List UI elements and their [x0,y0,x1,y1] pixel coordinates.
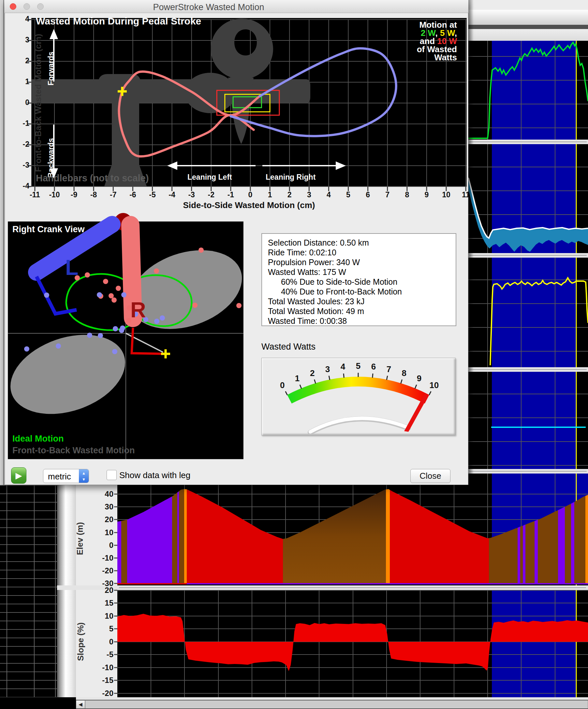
x-tick-label: -8 [84,190,103,199]
dialog-shadow [468,0,474,489]
x-tick-label: -7 [103,190,123,199]
ftb-motion-legend: Front-to-Back Wasted Motion [12,446,135,455]
info-line: Ride Time: 0:02:10 [268,248,450,257]
gauge-tick-label: 4 [341,362,345,371]
x-tick-label: 4 [319,190,338,199]
slope-tick-label: 0 [96,637,113,647]
slope-tick-label: -15 [96,676,113,685]
handlebars-silhouette [32,19,310,186]
info-line: Wasted Watts: 175 W [268,267,450,277]
y-tick-label: 3 [13,35,29,44]
slope-tick-label: 10 [96,611,113,621]
y-tick-label: 1 [13,77,29,86]
screen: Elev (m) Slope (%) 403020100-10-20-30 20… [0,0,588,709]
elev-tick-label: 0 [96,541,113,550]
scroll-left-button[interactable]: ◀ [76,700,85,709]
gauge-tick-label: 0 [280,380,284,390]
info-line: Total Wasted Motion: 49 m [268,307,450,316]
slope-tick-label: -5 [96,650,113,659]
x-tick-label: 6 [358,190,378,199]
elev-tick-label: 20 [96,515,113,524]
gauge-tick-label: 9 [417,373,421,383]
info-line: Wasted Time: 0:00:38 [268,316,450,326]
left-crank-label: L [65,255,78,280]
slope-tick-label: -20 [96,689,113,698]
slope-tick-label: 5 [96,624,113,633]
y-tick-label: -1 [13,119,29,128]
elev-tick-label: 40 [96,490,113,499]
x-tick-label: 8 [397,190,417,199]
y-tick-label: -3 [13,161,29,169]
gauge-tick-label: 7 [387,364,391,374]
window-title: PowerStroke Wasted Motion [5,2,413,12]
pedal-path [132,328,166,354]
gauge-band [289,382,427,399]
y-tick-label: 2 [13,56,29,65]
bottom-left-corner [0,697,76,709]
y-tick-label: 4 [13,15,29,24]
x-tick-label: -3 [182,190,201,199]
leaning-right-label: Leaning Right [265,173,315,182]
x-tick-label: 11 [456,190,476,199]
watts-legend: Motion at 2 W, 5 W, and 10 W of Wasted W… [353,21,457,62]
y-tick-label: -4 [13,182,29,190]
gauge-drawing: 012345678910 [261,358,456,439]
slope-tick-label: 20 [96,586,113,595]
x-tick-label: -9 [64,190,84,199]
forwards-label: Forwards [47,52,55,85]
right-crank-label: R [130,297,146,322]
slope-tick-label: -10 [96,663,113,672]
pedal-marker [161,349,170,359]
crank-view-title: Right Crank View [12,225,85,235]
left-pedal [36,277,77,314]
show-data-with-leg-label: Show data with leg [119,470,190,480]
gauge-tick-label: 8 [401,368,406,378]
play-button[interactable]: ▶ [11,467,26,484]
units-value: metric [48,472,71,482]
x-tick-label: 9 [417,190,437,199]
x-tick-label: -10 [45,190,64,199]
x-tick-label: -11 [25,190,45,199]
x-tick-label: -4 [162,190,182,199]
bottom-divider [57,697,588,700]
close-button[interactable]: Close [410,469,450,483]
gauge-tick-label: 10 [429,380,439,390]
gauge-tick-label: 1 [295,373,300,383]
elev-tick-label: 10 [96,528,113,537]
top-chart-x-axis-label: Side-to-Side Wasted Motion (cm) [31,200,467,210]
elev-tick-label: 30 [96,502,113,511]
x-tick-label: -6 [123,190,142,199]
slope-tick-label: 15 [96,599,113,608]
horizontal-scrollbar[interactable] [85,700,588,709]
x-tick-label: 5 [339,190,358,199]
units-dropdown[interactable]: metric ▲▼ [43,469,89,483]
elev-tick-label: -20 [96,566,113,575]
info-line: Selection Distance: 0.50 km [268,238,450,247]
top-chart-title: Wasted Motion During Pedal Stroke [36,16,201,27]
x-tick-label: 0 [241,190,260,199]
crank-view-chart [8,221,244,459]
x-tick-label: 7 [378,190,397,199]
leaning-left-label: Leaning Left [188,173,232,182]
gauge-tick-label: 3 [325,364,330,374]
gauge-tick-label: 5 [356,361,361,371]
x-tick-label: 3 [299,190,319,199]
x-tick-label: 10 [437,190,456,199]
x-tick-label: 1 [260,190,280,199]
info-line: Propulsion Power: 340 W [268,258,450,267]
handlebars-label: Handlebars (not to scale) [36,173,149,184]
gauge-tick-label: 2 [310,368,314,378]
info-line: Total Wasted Joules: 23 kJ [268,297,450,306]
x-tick-label: -1 [221,190,241,199]
top-chart-y-axis-label: Front-to-Back Wasted Motion (cm) [33,28,44,178]
y-tick-label: -2 [13,140,29,149]
elev-axis-label: Elev (m) [75,513,85,565]
gauge-title: Wasted Watts [261,342,315,352]
info-line: 60% Due to Side-to-Side Motion [281,277,464,287]
show-data-with-leg-checkbox[interactable] [107,470,117,480]
elev-tick-label: -10 [96,553,113,562]
dropdown-stepper-icon: ▲▼ [79,469,89,483]
info-line: 40% Due to Front-to-Back Motion [281,287,464,296]
y-tick-label: 0 [13,98,29,107]
backwards-label: Backwards [47,138,55,178]
